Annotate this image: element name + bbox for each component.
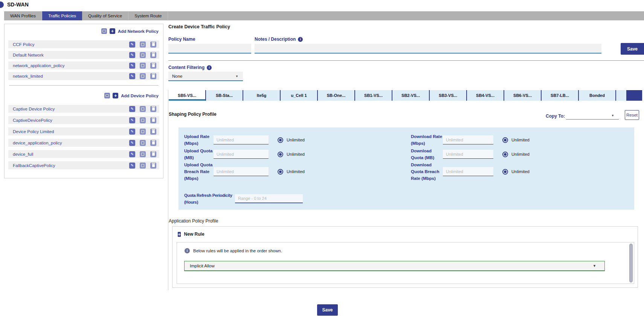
notes-info-icon[interactable]: i [298, 37, 303, 42]
copy-policy-icon[interactable] [140, 106, 146, 112]
policy-name-link[interactable]: device_application_policy [13, 141, 62, 145]
quota-refresh-input[interactable] [235, 194, 303, 203]
shaping-profile-title: Shaping Policy Profile [169, 112, 217, 117]
copy-policy-icon[interactable] [140, 63, 146, 69]
policy-name-link[interactable]: CaptiveDevicePolicy [13, 118, 52, 123]
add-device-policy-plus-icon[interactable]: + [113, 93, 118, 98]
copy-policy-icon[interactable] [140, 41, 146, 48]
policy-name-link[interactable]: network_application_policy [13, 63, 64, 68]
device-policy-list: Captive Device Policy ✎ CaptiveDevicePol… [8, 105, 159, 169]
edit-policy-icon[interactable]: ✎ [129, 140, 135, 146]
radio-selected-icon [278, 137, 283, 143]
device-tab[interactable]: SB-Sta... [206, 90, 243, 101]
copy-policy-icon[interactable] [140, 129, 146, 135]
policy-name-link[interactable]: device_full [13, 152, 33, 156]
upload-quota-input[interactable] [214, 150, 269, 159]
device-tab[interactable]: SB1-VS... [355, 90, 392, 101]
delete-policy-icon[interactable] [150, 41, 156, 48]
copy-policy-icon[interactable] [140, 73, 146, 79]
edit-policy-icon[interactable]: ✎ [129, 129, 135, 135]
policy-row-actions: ✎ [129, 129, 156, 135]
edit-policy-icon[interactable]: ✎ [129, 41, 135, 48]
radio-label: Unlimited [287, 138, 305, 142]
upload-quota-breach-unlimited-radio[interactable]: Unlimited [278, 169, 305, 175]
device-tab[interactable]: SB3-VS... [430, 90, 467, 101]
device-policy-row: device_full ✎ [8, 150, 159, 158]
delete-policy-icon[interactable] [150, 151, 156, 157]
edit-policy-icon[interactable]: ✎ [129, 73, 135, 79]
upload-rate-input[interactable] [214, 135, 269, 144]
copy-policy-icon[interactable] [140, 163, 146, 169]
download-rate-input[interactable] [443, 135, 493, 144]
main-tab[interactable]: Quality of Service [82, 11, 128, 20]
edit-policy-icon[interactable]: ✎ [129, 52, 135, 58]
policy-name-link[interactable]: CCF Policy [13, 42, 35, 47]
device-tab[interactable]: SB5-VS... [169, 90, 206, 101]
add-network-policy-plus-icon[interactable]: + [110, 28, 115, 34]
notes-input[interactable] [255, 44, 601, 54]
device-tab[interactable]: SB-One... [318, 90, 355, 101]
device-tab[interactable]: SB4-VS... [467, 90, 504, 101]
add-network-policy-row: + Add Network Policy [8, 28, 159, 34]
clone-device-policy-icon[interactable] [104, 93, 110, 98]
main-tab[interactable]: Traffic Policies [42, 11, 82, 20]
clone-network-policy-icon[interactable] [101, 28, 107, 34]
delete-policy-icon[interactable] [150, 63, 156, 69]
edit-policy-icon[interactable]: ✎ [129, 63, 135, 69]
copy-glyph-icon [141, 107, 144, 110]
content-filtering-info-icon[interactable]: i [207, 65, 212, 70]
copy-to-select[interactable]: ▼ [566, 111, 619, 120]
copy-policy-icon[interactable] [140, 52, 146, 58]
delete-policy-icon[interactable] [150, 52, 156, 58]
add-network-policy-link[interactable]: Add Network Policy [118, 29, 159, 34]
copy-policy-icon[interactable] [140, 140, 146, 146]
reset-button[interactable]: Reset [625, 110, 639, 120]
upload-quota-breach-input[interactable] [214, 167, 269, 176]
policy-name-link[interactable]: Default Network [13, 53, 44, 57]
device-tab[interactable]: lte5g [243, 90, 281, 101]
delete-policy-icon[interactable] [150, 140, 156, 146]
rules-scrollbar[interactable] [629, 244, 633, 282]
policy-name-link[interactable]: network_limited [13, 74, 43, 78]
add-device-policy-link[interactable]: Add Device Policy [121, 94, 159, 98]
new-rule-button[interactable]: + New Rule [172, 227, 638, 237]
download-quota-input[interactable] [443, 150, 493, 159]
chevron-down-icon: ▼ [593, 264, 596, 268]
sdwan-page: SD-WAN WAN Profiles Traffic Policies Qua… [0, 0, 644, 316]
download-quota-breach-unlimited-radio[interactable]: Unlimited [502, 169, 530, 175]
download-quota-breach-input[interactable] [443, 167, 493, 176]
device-tab[interactable]: u_Cell 1 [281, 90, 318, 101]
policy-name-link[interactable]: FallbackCaptivePolicy [13, 163, 55, 168]
copy-policy-icon[interactable] [140, 151, 146, 157]
quota-refresh-row: Quota Refresh Periodicity (Hours) [184, 190, 410, 207]
delete-policy-icon[interactable] [150, 106, 156, 112]
main-tab[interactable]: WAN Profiles [4, 11, 42, 20]
delete-policy-icon[interactable] [150, 163, 156, 169]
edit-policy-icon[interactable]: ✎ [129, 163, 135, 169]
upload-rate-unlimited-radio[interactable]: Unlimited [278, 137, 305, 143]
device-tab[interactable]: SB7-LB... [542, 90, 579, 101]
save-policy-button-top[interactable]: Save [621, 43, 644, 55]
download-rate-unlimited-radio[interactable]: Unlimited [502, 137, 530, 143]
device-tab[interactable]: SB2-VS... [392, 90, 430, 101]
policy-name-link[interactable]: Device Policy Limited [13, 129, 54, 134]
edit-policy-icon[interactable]: ✎ [129, 151, 135, 157]
delete-policy-icon[interactable] [150, 117, 156, 123]
download-quota-unlimited-radio[interactable]: Unlimited [502, 152, 530, 157]
device-tab[interactable]: Bonded [579, 90, 616, 101]
content-filtering-select[interactable]: None ▼ [168, 72, 243, 81]
main-tab[interactable]: System Route [128, 11, 168, 20]
copy-policy-icon[interactable] [140, 117, 146, 123]
policy-row-actions: ✎ [129, 52, 156, 58]
edit-policy-icon[interactable]: ✎ [129, 106, 135, 112]
policy-name-input[interactable] [168, 44, 251, 54]
policy-name-link[interactable]: Captive Device Policy [13, 107, 55, 111]
device-tab[interactable]: SB6-VS... [504, 90, 542, 101]
edit-policy-icon[interactable]: ✎ [129, 117, 135, 123]
delete-policy-icon[interactable] [150, 129, 156, 135]
tab-scroll-button[interactable] [626, 90, 642, 101]
delete-policy-icon[interactable] [150, 73, 156, 79]
save-policy-button-bottom[interactable]: Save [317, 304, 338, 316]
upload-quota-unlimited-radio[interactable]: Unlimited [278, 152, 305, 157]
rule-select[interactable]: Implicit Allow ▼ [184, 261, 605, 271]
